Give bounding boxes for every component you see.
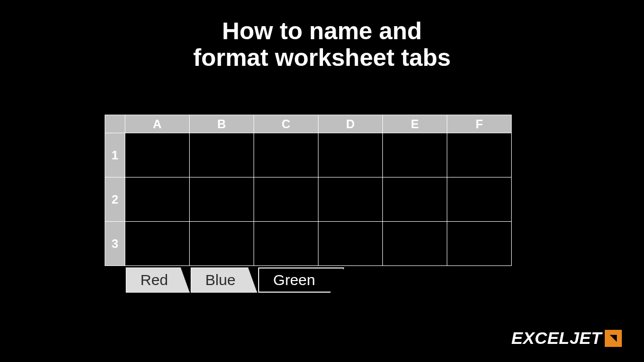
tab-label: Green <box>273 272 315 289</box>
select-all-corner[interactable] <box>105 115 125 133</box>
column-header[interactable]: B <box>190 115 254 133</box>
cell[interactable] <box>318 177 383 222</box>
cell[interactable] <box>254 133 318 177</box>
cell[interactable] <box>254 177 318 222</box>
cell[interactable] <box>318 133 383 177</box>
tab-label: Red <box>140 272 168 289</box>
slide-title: How to name and format worksheet tabs <box>0 18 644 71</box>
worksheet-tab-red[interactable]: Red <box>126 267 190 293</box>
cell[interactable] <box>190 222 254 266</box>
brand-name: EXCELJET <box>511 328 602 348</box>
cell[interactable] <box>125 133 190 177</box>
column-header[interactable]: E <box>383 115 447 133</box>
worksheet-grid: A B C D E F 1 2 3 <box>105 115 512 266</box>
worksheet-tab-green[interactable]: Green <box>258 267 344 293</box>
cell[interactable] <box>447 177 512 222</box>
worksheet-illustration: A B C D E F 1 2 3 <box>105 115 512 266</box>
column-header[interactable]: A <box>125 115 190 133</box>
column-header[interactable]: F <box>447 115 512 133</box>
row-header[interactable]: 3 <box>105 222 125 266</box>
column-header[interactable]: C <box>254 115 318 133</box>
cell[interactable] <box>447 133 512 177</box>
cell[interactable] <box>125 222 190 266</box>
cell[interactable] <box>383 222 447 266</box>
cell[interactable] <box>254 222 318 266</box>
worksheet-tab-blue[interactable]: Blue <box>191 267 257 293</box>
brand-logo: EXCELJET <box>511 328 622 348</box>
brand-arrow-icon <box>605 330 622 347</box>
row-header[interactable]: 1 <box>105 133 125 177</box>
cell[interactable] <box>383 177 447 222</box>
cell[interactable] <box>190 177 254 222</box>
tab-label: Blue <box>205 272 235 289</box>
title-line-2: format worksheet tabs <box>193 44 451 71</box>
column-header[interactable]: D <box>318 115 383 133</box>
row-header[interactable]: 2 <box>105 177 125 222</box>
worksheet-tabs: Red Blue Green <box>126 267 345 293</box>
title-line-1: How to name and <box>222 18 422 44</box>
cell[interactable] <box>383 133 447 177</box>
cell[interactable] <box>447 222 512 266</box>
cell[interactable] <box>190 133 254 177</box>
cell[interactable] <box>318 222 383 266</box>
cell[interactable] <box>125 177 190 222</box>
